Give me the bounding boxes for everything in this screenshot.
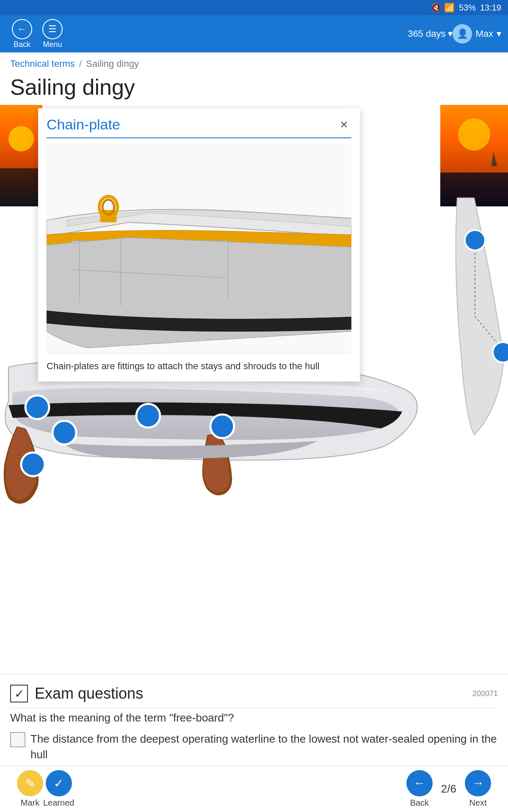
chain-plate-illustration (47, 143, 351, 355)
mark-icon: ✎ (17, 770, 43, 796)
sunset-thumbnail-left (0, 105, 42, 206)
answer-option: The distance from the deepest operating … (10, 731, 498, 762)
svg-point-28 (21, 453, 45, 476)
page-title: Sailing dingy (0, 71, 508, 105)
next-label: Next (469, 798, 486, 808)
exam-question: What is the meaning of the term "free-bo… (10, 711, 498, 724)
mark-button[interactable]: ✎ Mark (17, 770, 43, 808)
popup-card: Chain-plate × (38, 108, 360, 381)
popup-header: Chain-plate × (47, 115, 351, 138)
learned-label: Learned (43, 798, 74, 808)
next-button[interactable]: → Next (465, 770, 491, 808)
svg-point-25 (52, 421, 76, 444)
back-nav-label: Back (410, 798, 429, 808)
svg-point-22 (465, 230, 485, 250)
chevron-down-icon: ▾ (448, 28, 453, 39)
status-bar: 🔇 📶 53% 13:19 (0, 0, 508, 15)
svg-point-1 (8, 126, 34, 151)
time-display: 13:19 (480, 3, 501, 13)
exam-section: ✓ Exam questions 200071 What is the mean… (0, 674, 508, 762)
user-chevron-icon: ▾ (497, 28, 501, 39)
close-button[interactable]: × (337, 115, 351, 134)
answer-checkbox[interactable] (10, 732, 25, 747)
bottom-nav: ✎ Mark ✓ Learned ← Back 2/6 → Next (0, 765, 508, 812)
user-menu[interactable]: 👤 Max ▾ (453, 24, 501, 44)
next-nav-icon: → (465, 770, 491, 796)
exam-title: Exam questions (35, 685, 143, 702)
svg-point-24 (25, 395, 49, 419)
back-icon: ← (12, 19, 32, 39)
menu-icon: ☰ (42, 19, 63, 39)
svg-rect-2 (0, 168, 42, 206)
status-icons: 🔇 📶 (431, 3, 455, 13)
popup-description: Chain-plates are fittings to attach the … (47, 360, 351, 373)
bottom-section: ✓ Exam questions 200071 What is the mean… (0, 674, 508, 812)
battery-status: 53% (459, 3, 476, 13)
popup-title: Chain-plate (47, 116, 120, 133)
learned-icon: ✓ (46, 770, 72, 796)
svg-point-26 (136, 404, 160, 428)
avatar: 👤 (453, 24, 472, 44)
exam-header: ✓ Exam questions 200071 (10, 685, 498, 708)
svg-point-4 (458, 118, 490, 151)
menu-button[interactable]: ☰ Menu (37, 17, 68, 51)
back-button[interactable]: ← Back (7, 17, 37, 51)
exam-checkbox[interactable]: ✓ (10, 685, 28, 702)
page-indicator: 2/6 (441, 782, 456, 796)
breadcrumb: Technical terms / Sailing dingy (0, 52, 508, 71)
breadcrumb-current: Sailing dingy (86, 58, 139, 69)
back-nav-circle-icon: ← (406, 770, 433, 796)
answer-text: The distance from the deepest operating … (30, 731, 498, 762)
top-nav: ← Back ☰ Menu 365 days ▾ 👤 Max ▾ (0, 15, 508, 52)
breadcrumb-separator: / (79, 58, 82, 69)
mark-label: Mark (21, 798, 39, 808)
question-id: 200071 (472, 689, 498, 698)
learned-button[interactable]: ✓ Learned (43, 770, 74, 808)
days-selector[interactable]: 365 days ▾ (408, 28, 453, 39)
back-nav-button[interactable]: ← Back (406, 770, 433, 808)
popup-image (47, 143, 351, 355)
svg-point-27 (210, 414, 234, 438)
breadcrumb-parent[interactable]: Technical terms (10, 58, 75, 69)
main-content: Chain-plate × (0, 105, 508, 570)
